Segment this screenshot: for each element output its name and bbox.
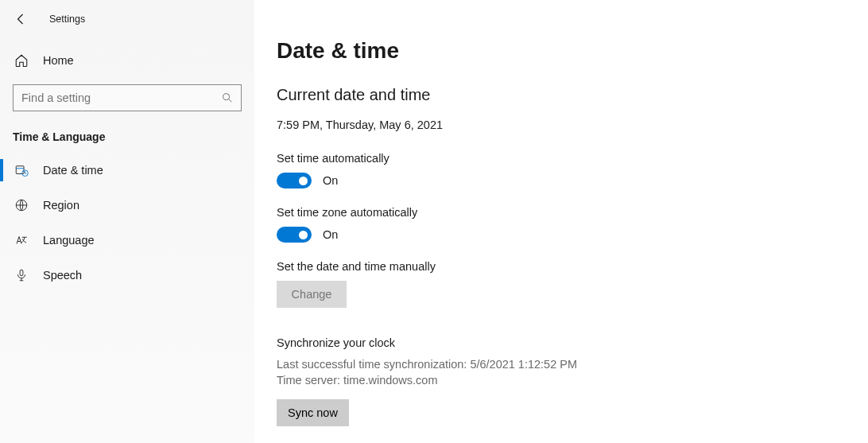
- auto-time-toggle[interactable]: [277, 173, 312, 188]
- nav-home-label: Home: [43, 54, 74, 67]
- change-button: Change: [277, 281, 347, 308]
- nav-region[interactable]: Region: [0, 188, 254, 223]
- back-icon[interactable]: [14, 12, 29, 26]
- auto-time-label: Set time automatically: [277, 152, 868, 165]
- current-dt-heading: Current date and time: [277, 86, 868, 104]
- search-icon: [221, 91, 234, 104]
- auto-tz-toggle[interactable]: [277, 227, 312, 243]
- window-title: Settings: [49, 14, 85, 25]
- sync-server: Time server: time.windows.com: [277, 373, 868, 389]
- sidebar-section-title: Time & Language: [13, 130, 254, 143]
- nav-label: Language: [43, 234, 95, 247]
- nav-label: Date & time: [43, 164, 103, 177]
- home-icon: [14, 53, 29, 68]
- sync-last: Last successful time synchronization: 5/…: [277, 357, 868, 373]
- auto-time-state: On: [323, 174, 338, 187]
- calendar-clock-icon: [14, 163, 29, 177]
- sidebar: Settings Home Time & Language Date & tim…: [0, 0, 254, 443]
- language-icon: [14, 233, 29, 247]
- nav-label: Speech: [43, 269, 82, 282]
- globe-icon: [14, 198, 29, 212]
- page-title: Date & time: [277, 38, 868, 64]
- svg-rect-4: [20, 270, 23, 276]
- auto-tz-label: Set time zone automatically: [277, 206, 868, 219]
- auto-time-toggle-row: On: [277, 173, 868, 188]
- manual-dt-label: Set the date and time manually: [277, 260, 868, 273]
- nav-date-time[interactable]: Date & time: [0, 153, 254, 188]
- auto-tz-state: On: [323, 228, 338, 241]
- svg-rect-1: [16, 166, 24, 174]
- titlebar: Settings: [0, 0, 254, 38]
- nav-speech[interactable]: Speech: [0, 258, 254, 293]
- nav-label: Region: [43, 199, 79, 212]
- search-input[interactable]: [13, 84, 242, 111]
- microphone-icon: [14, 268, 29, 282]
- sync-now-button[interactable]: Sync now: [277, 399, 349, 426]
- main-content: Date & time Current date and time 7:59 P…: [254, 0, 868, 443]
- nav-home[interactable]: Home: [0, 45, 254, 76]
- current-datetime-value: 7:59 PM, Thursday, May 6, 2021: [277, 119, 868, 131]
- auto-tz-toggle-row: On: [277, 227, 868, 243]
- nav-language[interactable]: Language: [0, 223, 254, 258]
- sync-title: Synchronize your clock: [277, 336, 868, 349]
- search-container: [13, 84, 242, 111]
- svg-point-0: [223, 94, 230, 100]
